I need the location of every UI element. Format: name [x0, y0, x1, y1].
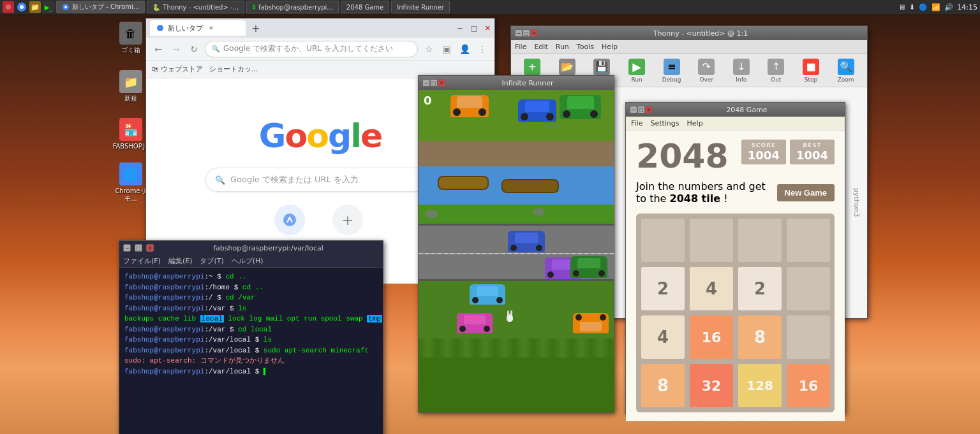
thonny-menu-run[interactable]: Run [556, 43, 569, 51]
terminal-menu-file[interactable]: ファイル(F) [123, 256, 161, 266]
thonny-zoom-button[interactable]: 🔍 Zoom [829, 56, 862, 85]
game2048-menu-help[interactable]: Help [687, 119, 703, 127]
chromium-maximize[interactable]: □ [470, 24, 477, 33]
thonny-debug-button[interactable]: ≡ Debug [655, 56, 688, 85]
player-rabbit [505, 314, 515, 327]
terminal-menu-tab[interactable]: タブ(T) [200, 256, 223, 266]
tile-0-2 [738, 219, 782, 262]
thonny-menu-file[interactable]: File [515, 43, 526, 51]
game2048-game-title: 2048 [636, 140, 741, 173]
thonny-menu-edit[interactable]: Edit [534, 43, 547, 51]
rock-1 [425, 210, 438, 219]
back-button[interactable]: ← [151, 42, 165, 56]
address-bar[interactable]: 🔍 Google で検索するか、URL を入力してください [205, 41, 418, 57]
car-magenta [457, 313, 493, 333]
terminal-menu-help[interactable]: ヘルプ(H) [232, 256, 264, 266]
score-box-best: BEST 1004 [790, 140, 835, 164]
terminal-line-ls: backups cache lib local lock log mail op… [124, 314, 378, 324]
tile-1-3 [787, 267, 830, 310]
chromium-close[interactable]: ✕ [485, 24, 491, 33]
terminal-close[interactable]: ✕ [146, 244, 154, 252]
chromium-tab-new[interactable]: 新しいタブ ✕ [150, 20, 246, 36]
game2048-minimize[interactable]: − [630, 106, 637, 113]
new-game-button[interactable]: New Game [777, 184, 835, 201]
game2048-menu-file[interactable]: File [631, 119, 642, 127]
game2048-header: 2048 SCORE 1004 BEST 1004 [636, 140, 835, 173]
desktop-icon-fabshop[interactable]: 🏪 FABSHOP.JP [112, 118, 150, 150]
runner-close[interactable]: ✕ [438, 79, 445, 87]
terminal-menu-edit[interactable]: 編集(E) [168, 256, 193, 266]
chromium-minimize[interactable]: − [457, 24, 463, 33]
desktop-icon-new[interactable]: 📁 新規 [112, 70, 150, 103]
runner-game-area[interactable]: 0 [419, 90, 614, 412]
taskbar-right: 🖥 ⬇ 🔵 📶 🔊 14:15 [898, 3, 977, 11]
new-tab-button[interactable]: + [248, 20, 264, 36]
bookmark-shortcut[interactable]: ショートカッ... [209, 64, 258, 74]
terminal-title: fabshop@raspberrypi:/var/local [158, 244, 379, 252]
thonny-menu-help[interactable]: Help [602, 43, 618, 51]
new-icon: + [524, 59, 540, 75]
thonny-out-button[interactable]: ↑ Out [760, 56, 792, 85]
taskbar-pi-menu[interactable] [3, 1, 14, 13]
forward-button[interactable]: → [169, 42, 183, 56]
taskbar-app-2048[interactable]: 2048 Game [341, 1, 389, 13]
taskbar: 📁 ▶_ 新しいタブ - Chromi... 🐍 Thonny - <untit… [0, 0, 980, 14]
thonny-close[interactable]: ✕ [530, 29, 538, 37]
thonny-menu-tools[interactable]: Tools [577, 43, 594, 51]
thonny-maximize[interactable]: □ [523, 29, 530, 37]
taskbar-filemanager-icon[interactable]: 📁 [29, 1, 41, 13]
tile-0-0 [641, 219, 685, 262]
thonny-into-button[interactable]: ↓ Info [725, 56, 758, 85]
taskbar-chromium-icon[interactable] [16, 1, 27, 13]
bush-pattern [419, 338, 614, 358]
google-search-bar[interactable]: 🔍 Google で検索または URL を入力 [205, 168, 435, 192]
desktop-icon-chrome-remote[interactable]: 🌐 Chromeリモ... [112, 163, 150, 203]
desktop-icon-label-new: 新規 [124, 95, 137, 103]
game2048-title: 2048 Game [653, 106, 841, 114]
tab-label: 新しいタブ [168, 24, 203, 33]
terminal-maximize[interactable]: □ [135, 244, 142, 252]
taskbar-terminal-icon[interactable]: ▶_ [43, 1, 54, 13]
desktop-icon-trash[interactable]: 🗑 ゴミ箱 [112, 22, 150, 54]
taskbar-screen-icon: 🖥 [898, 3, 905, 11]
game2048-menu-settings[interactable]: Settings [650, 119, 679, 127]
reload-button[interactable]: ↻ [187, 42, 201, 56]
game2048-subtitle: Join the numbers and get to the 2048 til… [636, 180, 772, 205]
svg-point-6 [157, 25, 163, 31]
tile-2-2: 8 [738, 315, 782, 359]
chrome-profile-button[interactable]: 👤 [457, 42, 471, 56]
taskbar-app-terminal[interactable]: $ fabshop@raspberrypi... [246, 1, 339, 13]
taskbar-app-chromium[interactable]: 新しいタブ - Chromi... [56, 1, 145, 13]
google-logo: Google [259, 117, 382, 155]
thonny-run-button[interactable]: ▶ Run [621, 56, 653, 85]
game2048-maximize[interactable]: □ [637, 106, 645, 113]
taskbar-app-thonny[interactable]: 🐍 Thonny - <untitled> -... [147, 1, 244, 13]
terminal-content[interactable]: fabshop@raspberrypi:~ $ cd .. fabshop@ra… [119, 268, 383, 434]
score-label: SCORE [748, 142, 780, 148]
terminal-menubar: ファイル(F) 編集(E) タブ(T) ヘルプ(H) [119, 255, 383, 268]
car-green-top [560, 95, 601, 119]
trash-icon: 🗑 [119, 22, 142, 45]
runner-maximize[interactable]: □ [430, 79, 438, 87]
tab-close-button[interactable]: ✕ [207, 24, 216, 33]
game2048-close[interactable]: ✕ [645, 106, 653, 113]
thonny-over-button[interactable]: ↷ Over [690, 56, 723, 85]
runner-titlebar: − □ ✕ Infinite Runner [419, 76, 614, 90]
zone-grass-mid [419, 205, 614, 224]
runner-minimize[interactable]: − [422, 79, 430, 87]
into-icon: ↓ [733, 59, 750, 75]
svg-point-3 [20, 5, 24, 9]
bookmark-webstore[interactable]: 🛍 ウェブストア [151, 64, 203, 74]
zoom-icon: 🔍 [838, 59, 854, 75]
terminal-line-7: fabshop@raspberrypi:/var/local $ sudo ap… [124, 345, 378, 356]
chrome-menu-button[interactable]: ⋮ [475, 42, 489, 56]
thonny-stop-button[interactable]: ■ Stop [795, 56, 828, 85]
chrome-cast-button[interactable]: ▣ [440, 42, 454, 56]
thonny-minimize[interactable]: − [515, 29, 523, 37]
terminal-line-6: fabshop@raspberrypi:/var/local $ ls [124, 335, 378, 345]
bookmark-button[interactable]: ☆ [422, 42, 436, 56]
terminal-minimize[interactable]: − [123, 244, 131, 252]
taskbar-app-runner[interactable]: Infinite Runner [391, 1, 450, 13]
shortcut-webstore-icon [274, 205, 305, 235]
thonny-over-label: Over [699, 76, 713, 83]
